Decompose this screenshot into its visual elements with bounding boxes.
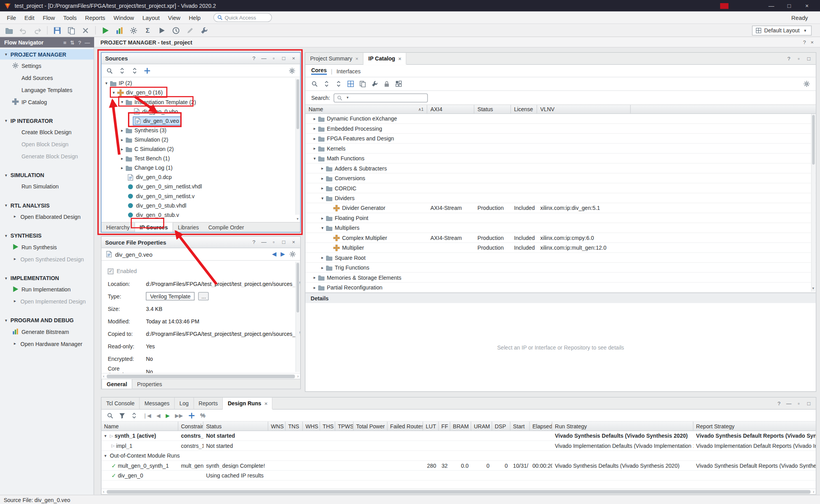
maximize-panel-icon[interactable]: □ bbox=[806, 401, 812, 406]
run-row-synth-1[interactable]: ▾▷synth_1 (active) constrs_1Not started … bbox=[102, 431, 816, 441]
column-header[interactable]: LUT bbox=[423, 422, 439, 431]
chevron-right-icon[interactable]: ▸ bbox=[319, 265, 325, 270]
scrollbar-thumb[interactable] bbox=[296, 263, 299, 312]
expand-all-icon[interactable] bbox=[335, 80, 342, 87]
chevron-right-icon[interactable]: ▸ bbox=[319, 255, 325, 260]
filter-icon[interactable] bbox=[119, 412, 125, 419]
expand-all-icon[interactable] bbox=[131, 412, 137, 419]
help-icon[interactable]: ? bbox=[78, 39, 81, 45]
tree-item-test-bench[interactable]: ▸Test Bench (1) bbox=[102, 154, 300, 163]
catalog-row[interactable]: ▸FPGA Features and Design bbox=[305, 134, 816, 144]
catalog-row[interactable]: ▸Square Root bbox=[305, 253, 816, 263]
chevron-right-icon[interactable]: ▸ bbox=[312, 126, 317, 131]
flow-nav-item-create-block-design[interactable]: Create Block Design bbox=[0, 126, 94, 138]
catalog-row[interactable]: ▸Conversions bbox=[305, 174, 816, 183]
catalog-row[interactable]: ▾Multipliers bbox=[305, 223, 816, 233]
flow-nav-section-ip-integrator[interactable]: ▾IP INTEGRATOR bbox=[0, 115, 94, 126]
column-header[interactable]: Constraints bbox=[178, 422, 203, 431]
help-icon[interactable]: ? bbox=[776, 401, 782, 406]
close-icon[interactable]: × bbox=[811, 39, 814, 45]
chevron-down-icon[interactable]: ▾ bbox=[319, 196, 325, 201]
subtab-cores[interactable]: Cores bbox=[311, 67, 327, 75]
float-panel-icon[interactable]: ▫ bbox=[271, 239, 277, 245]
expand-all-icon[interactable] bbox=[131, 67, 138, 74]
browse-button[interactable]: ... bbox=[198, 292, 209, 300]
flow-nav-item-run-implementation[interactable]: Run Implementation bbox=[0, 283, 94, 295]
chevron-down-icon[interactable]: ▾ bbox=[111, 90, 117, 95]
column-header[interactable]: URAM bbox=[471, 422, 492, 431]
flow-nav-item-open-block-design[interactable]: Open Block Design bbox=[0, 138, 94, 150]
catalog-row[interactable]: ▸Floating Point bbox=[305, 213, 816, 223]
catalog-row-divider-generator[interactable]: Divider GeneratorAXI4-StreamProductionIn… bbox=[305, 203, 816, 213]
tab-libraries[interactable]: Libraries bbox=[173, 223, 203, 232]
chevron-right-icon[interactable]: ▸ bbox=[119, 156, 125, 161]
close-panel-icon[interactable]: × bbox=[291, 55, 297, 61]
back-icon[interactable]: ◀ bbox=[272, 251, 276, 257]
chevron-right-icon[interactable]: ▸ bbox=[119, 137, 125, 142]
minimize-panel-icon[interactable]: — bbox=[261, 55, 267, 61]
flow-nav-section-implementation[interactable]: ▾IMPLEMENTATION bbox=[0, 273, 94, 283]
flow-nav-item-settings[interactable]: Settings bbox=[0, 60, 94, 72]
minimize-window-icon[interactable]: — bbox=[763, 3, 781, 9]
run-row-mult-gen-0-synth-1[interactable]: ✓mult_gen_0_synth_1 mult_gen_0synth_desi… bbox=[102, 461, 816, 470]
menu-flow[interactable]: Flow bbox=[39, 11, 59, 23]
scroll-down-icon[interactable]: ▾ bbox=[811, 286, 815, 291]
tree-item-simulation[interactable]: ▸Simulation (2) bbox=[102, 135, 300, 144]
vertical-scrollbar[interactable] bbox=[296, 78, 300, 215]
column-header[interactable]: BRAM bbox=[450, 422, 471, 431]
chevron-down-icon[interactable]: ▾ bbox=[103, 433, 109, 438]
flow-nav-item-ip-catalog[interactable]: IP Catalog bbox=[0, 96, 94, 108]
flow-nav-section-rtl-analysis[interactable]: ▾RTL ANALYSIS bbox=[0, 200, 94, 211]
copy-icon[interactable] bbox=[65, 25, 77, 35]
tree-item-c-simulation[interactable]: ▸C Simulation (2) bbox=[102, 144, 300, 154]
flow-nav-item-open-hardware-manager[interactable]: ▸Open Hardware Manager bbox=[0, 337, 94, 350]
maximize-window-icon[interactable]: □ bbox=[780, 3, 798, 9]
chevron-down-icon[interactable]: ▾ bbox=[312, 156, 317, 161]
catalog-row[interactable]: ▸Memories & Storage Elements bbox=[305, 273, 816, 282]
pencil-icon[interactable] bbox=[184, 25, 196, 35]
chevron-right-icon[interactable]: ▸ bbox=[119, 147, 125, 151]
column-header[interactable]: TPWS bbox=[335, 422, 353, 431]
flow-nav-section-program-and-debug[interactable]: ▾PROGRAM AND DEBUG bbox=[0, 315, 94, 326]
tree-item-synthesis[interactable]: ▸Synthesis (3) bbox=[102, 125, 300, 135]
type-dropdown[interactable]: Verilog Template bbox=[146, 292, 195, 300]
tree-item-change-log[interactable]: ▸Change Log (1) bbox=[102, 163, 300, 172]
fast-forward-icon[interactable]: ▶▶ bbox=[175, 412, 183, 418]
column-header-status[interactable]: Status bbox=[474, 105, 511, 113]
minimize-panel-icon[interactable]: — bbox=[786, 401, 792, 406]
column-header[interactable]: Name bbox=[102, 422, 178, 431]
flow-nav-item-generate-bitstream[interactable]: Generate Bitstream bbox=[0, 325, 94, 337]
maximize-panel-icon[interactable]: □ bbox=[281, 55, 287, 61]
scrollbar-thumb[interactable] bbox=[296, 80, 299, 129]
tree-item-div-gen-0-veo[interactable]: div_gen_0.veo bbox=[102, 116, 300, 125]
chevron-down-icon[interactable]: ▾ bbox=[119, 99, 125, 104]
float-panel-icon[interactable]: ▫ bbox=[796, 401, 802, 406]
flow-nav-item-generate-block-design[interactable]: Generate Block Design bbox=[0, 150, 94, 162]
catalog-row[interactable]: ▸Adders & Subtracters bbox=[305, 163, 816, 173]
column-header[interactable]: Total Power bbox=[353, 422, 387, 431]
tree-item-div-gen-0[interactable]: ▾div_gen_0 (16) bbox=[102, 88, 300, 97]
chevron-right-icon[interactable]: ▸ bbox=[319, 215, 325, 220]
sum-icon[interactable]: Σ bbox=[142, 25, 154, 35]
catalog-row[interactable]: ▸Partial Reconfiguration bbox=[305, 283, 816, 293]
catalog-row[interactable]: ▸Trig Functions bbox=[305, 263, 816, 273]
maximize-panel-icon[interactable]: □ bbox=[281, 239, 287, 245]
chevron-right-icon[interactable]: ▸ bbox=[312, 136, 317, 141]
layout-selector[interactable]: Default Layout ▾ bbox=[752, 25, 811, 35]
column-header-axi4[interactable]: AXI4 bbox=[427, 105, 474, 113]
vertical-scrollbar[interactable] bbox=[296, 262, 300, 372]
details-icon[interactable] bbox=[396, 80, 402, 87]
catalog-row[interactable]: ▸CORDIC bbox=[305, 183, 816, 193]
column-header[interactable]: Run Strategy bbox=[552, 422, 693, 431]
chevron-down-icon[interactable]: ▾ bbox=[103, 453, 109, 458]
catalog-row[interactable]: ▸Embedded Processing bbox=[305, 124, 816, 133]
chevron-right-icon[interactable]: ▸ bbox=[312, 285, 317, 290]
tree-item-instantiation-template[interactable]: ▾Instantiation Template (2) bbox=[102, 97, 300, 106]
column-header[interactable]: Elapsed bbox=[530, 422, 553, 431]
flow-nav-item-open-elaborated-design[interactable]: ▸Open Elaborated Design bbox=[0, 211, 94, 223]
catalog-row[interactable]: ▸Kernels bbox=[305, 144, 816, 153]
close-window-icon[interactable]: × bbox=[798, 3, 816, 9]
flow-nav-section-project-manager[interactable]: ▾PROJECT MANAGER bbox=[0, 49, 94, 60]
tree-item-sim-netlist-vhdl[interactable]: div_gen_0_sim_netlist.vhdl bbox=[102, 182, 300, 191]
catalog-row[interactable]: ▾Dividers bbox=[305, 193, 816, 203]
